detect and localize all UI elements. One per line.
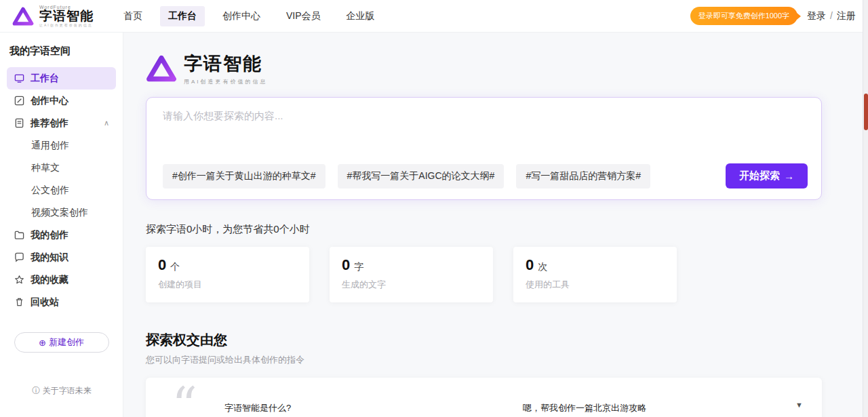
about-label: 关于字语未来 (43, 386, 92, 395)
stat-label: 使用的工具 (526, 279, 665, 291)
brand-triangle-icon (12, 6, 34, 26)
plus-circle-icon: ⊕ (39, 338, 46, 348)
stat-card-words: 0 字 生成的文字 (330, 247, 493, 302)
brand-logo[interactable]: WordFuture 字语智能 让AI创作更有价值的信息 (12, 5, 94, 27)
monitor-icon (14, 73, 24, 84)
trash-icon (14, 297, 24, 308)
stat-unit: 次 (538, 261, 547, 273)
nav-item-vip[interactable]: VIP会员 (278, 6, 329, 26)
start-explore-label: 开始探索 (739, 170, 780, 182)
brand-tagline: 让AI创作更有价值的信息 (39, 24, 94, 27)
sidebar-item-recommended[interactable]: 推荐创作 ∧ (7, 112, 116, 134)
prompt-chip-aigc-outline[interactable]: #帮我写一篇关于AIGC的论文大纲# (338, 164, 505, 188)
sidebar-item-label: 我的知识 (31, 252, 68, 264)
brand-name: 字语智能 (39, 9, 94, 22)
chat-bubble-icon (14, 252, 24, 263)
login-link[interactable]: 登录 (807, 10, 826, 22)
sidebar-item-my-knowledge[interactable]: 我的知识 (7, 246, 116, 269)
document-icon (14, 118, 24, 129)
qa-answer: 嗯，帮我创作一篇北京出游攻略 (523, 402, 646, 414)
section-title: 探索权交由您 (146, 331, 868, 349)
page-scrollbar (863, 0, 868, 417)
star-icon (14, 275, 24, 285)
stat-label: 生成的文字 (342, 279, 481, 291)
stats-summary-line: 探索字语0小时，为您节省共0个小时 (146, 223, 868, 236)
prompt-chip-huangshan[interactable]: #创作一篇关于黄山出游的种草文# (163, 164, 326, 188)
qa-question: 字语智能是什么? (224, 402, 291, 414)
sidebar-subitem-seeding[interactable]: 种草文 (0, 157, 123, 179)
quote-icon: “ (172, 380, 197, 417)
sidebar: 我的字语空间 工作台 创作中心 推荐创作 ∧ 通用创作 种草文 公文创作 视频文… (0, 33, 123, 417)
sidebar-subitem-general[interactable]: 通用创作 (0, 134, 123, 157)
auth-links: 登录 / 注册 (807, 10, 856, 22)
stat-value: 0 (342, 256, 350, 274)
register-link[interactable]: 注册 (837, 10, 856, 22)
info-circle-icon: ⓘ (32, 386, 40, 395)
sidebar-item-my-favorites[interactable]: 我的收藏 (7, 269, 116, 291)
about-link[interactable]: ⓘ 关于字语未来 (0, 385, 123, 397)
nav-item-enterprise[interactable]: 企业版 (338, 6, 383, 26)
sidebar-item-creation-center[interactable]: 创作中心 (7, 90, 116, 112)
sidebar-item-my-works[interactable]: 我的创作 (7, 224, 116, 246)
stat-card-tools: 0 次 使用的工具 (513, 247, 677, 302)
folder-icon (14, 230, 24, 241)
stat-card-projects: 0 个 创建的项目 (146, 247, 309, 302)
chevron-up-icon[interactable]: ∧ (104, 119, 109, 127)
stat-unit: 字 (354, 261, 363, 273)
sidebar-subitem-video-copy[interactable]: 视频文案创作 (0, 201, 123, 224)
arrow-right-icon: → (784, 170, 794, 182)
hero-triangle-icon (146, 54, 177, 83)
sidebar-title: 我的字语空间 (0, 45, 123, 67)
nav-item-creation-center[interactable]: 创作中心 (214, 6, 269, 26)
qa-example-card: “ 字语智能是什么? 嗯，帮我创作一篇北京出游攻略 ▼ (146, 378, 822, 417)
promo-badge[interactable]: 登录即可享免费创作1000字 (690, 7, 797, 25)
new-creation-button[interactable]: ⊕ 新建创作 (14, 332, 109, 353)
start-explore-button[interactable]: 开始探索 → (726, 163, 808, 188)
sidebar-item-label: 回收站 (31, 296, 59, 309)
top-nav: 首页 工作台 创作中心 VIP会员 企业版 (115, 6, 383, 26)
sidebar-item-label: 推荐创作 (31, 117, 68, 130)
new-creation-label: 新建创作 (49, 336, 84, 349)
scrollbar-thumb[interactable] (864, 94, 868, 130)
nav-item-workbench[interactable]: 工作台 (160, 6, 205, 26)
search-panel: #创作一篇关于黄山出游的种草文# #帮我写一篇关于AIGC的论文大纲# #写一篇… (146, 97, 822, 200)
sidebar-item-label: 工作台 (31, 73, 59, 85)
main-content: 字语智能 用AI创造更有价值的信息 #创作一篇关于黄山出游的种草文# #帮我写一… (123, 33, 868, 417)
topbar: WordFuture 字语智能 让AI创作更有价值的信息 首页 工作台 创作中心… (0, 0, 868, 33)
sidebar-subitem-official[interactable]: 公文创作 (0, 179, 123, 201)
auth-separator: / (830, 10, 833, 22)
caret-down-icon[interactable]: ▼ (795, 401, 803, 409)
pen-icon (14, 96, 24, 106)
sidebar-item-label: 我的创作 (31, 229, 68, 241)
sidebar-item-label: 我的收藏 (31, 274, 68, 286)
section-subtitle: 您可以向字语提问或给出具体创作的指令 (146, 354, 868, 366)
stat-value: 0 (526, 256, 534, 274)
stat-label: 创建的项目 (158, 279, 297, 291)
hero-brand-name: 字语智能 (184, 52, 268, 76)
sidebar-item-workbench[interactable]: 工作台 (7, 67, 116, 90)
hero-tagline: 用AI创造更有价值的信息 (184, 78, 268, 85)
prompt-chip-dessert-marketing[interactable]: #写一篇甜品店的营销方案# (516, 164, 650, 188)
nav-item-home[interactable]: 首页 (115, 6, 151, 26)
sidebar-item-recycle-bin[interactable]: 回收站 (7, 291, 116, 313)
search-input[interactable] (163, 110, 800, 121)
stat-unit: 个 (170, 261, 180, 273)
hero-logo: 字语智能 用AI创造更有价值的信息 (146, 52, 868, 85)
stat-value: 0 (158, 256, 166, 274)
sidebar-item-label: 创作中心 (31, 95, 68, 107)
